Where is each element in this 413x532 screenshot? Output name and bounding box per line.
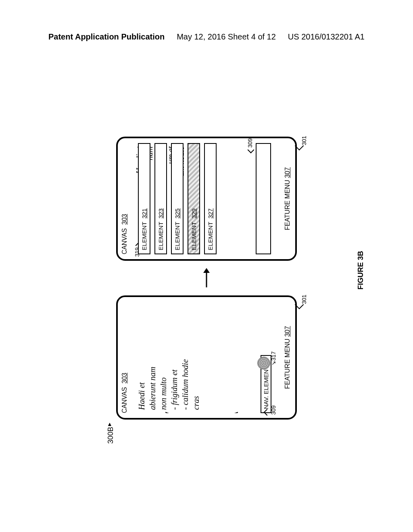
ref-317: ↘317 (270, 351, 277, 366)
figure-caption: FIGURE 3B (356, 251, 365, 289)
device-right: CANVAS 303 319 Haedi et nam to um et um … (116, 137, 297, 261)
sheet-label: May 12, 2016 Sheet 4 of 12 (177, 32, 276, 42)
element-325[interactable]: ELEMENT 325 (171, 143, 184, 254)
page-header: Patent Application Publication May 12, 2… (0, 32, 413, 42)
figure-tag-300b: 300B▲ (106, 421, 115, 444)
element-323[interactable]: ELEMENT 323 (154, 143, 167, 254)
arrow-icon (201, 268, 212, 288)
touch-point-icon (257, 357, 270, 370)
element-327[interactable]: ELEMENT 327 (204, 143, 217, 254)
nav-element-empty[interactable] (256, 143, 271, 254)
brace-icon (165, 411, 238, 413)
ref-301-left: 301 (301, 295, 307, 304)
device-left: CANVAS 303 305 Haedi et abierunt nam non… (116, 295, 297, 420)
publication-label: Patent Application Publication (48, 32, 165, 42)
svg-marker-1 (203, 268, 210, 273)
element-329-selected[interactable]: ELEMENT 329 (188, 143, 200, 254)
feature-menu-right[interactable]: FEATURE MENU 307 (284, 138, 291, 259)
nav-row: NAV. ELEMENT ↘317 (261, 302, 277, 413)
feature-menu-left[interactable]: FEATURE MENU 307 (284, 297, 291, 418)
ref-309-right: 309 (247, 138, 253, 148)
ref-309-left: 309 (270, 405, 277, 415)
element-list: Haedi et nam to um et um hodie ELEMENT 3… (134, 143, 258, 254)
page: Patent Application Publication May 12, 2… (0, 0, 413, 532)
figure-3b: 300B▲ CANVAS 303 305 (48, 121, 365, 435)
canvas-label-left: CANVAS 303 (121, 373, 128, 413)
element-321[interactable]: ELEMENT 321 (138, 143, 150, 254)
ref-301-right: 301 (301, 136, 307, 145)
canvas-text: Haedi et abierunt nam non multo - frigid… (136, 302, 202, 410)
canvas-label-right: CANVAS 303 (121, 214, 128, 254)
pub-number: US 2016/0132201 A1 (288, 32, 365, 42)
